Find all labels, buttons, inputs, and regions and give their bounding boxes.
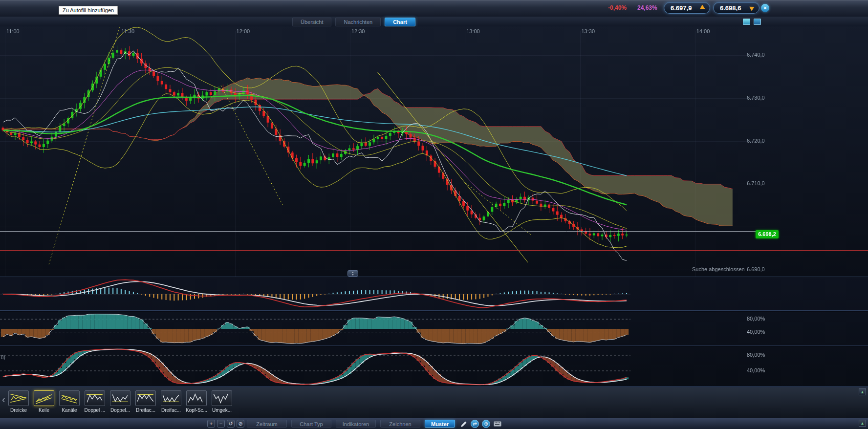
pattern-tiles: DreickeKeileKanäleDoppel ...Doppel...Dre… [8, 390, 233, 413]
close-instrument-button[interactable]: × [761, 4, 769, 12]
buy-price-value: 6.698,6 [720, 4, 741, 12]
zoom-reset-button[interactable]: ↺ [227, 420, 235, 428]
view-tabs: ÜbersichtNachrichtenChart [292, 18, 415, 26]
minimize-window-icon[interactable] [743, 19, 750, 25]
pattern-item-double-top[interactable]: Doppel ... [84, 390, 106, 413]
page-scroll-up-button[interactable]: ▲ [859, 420, 866, 427]
pattern-item-label: Dreifac... [135, 408, 156, 413]
pattern-item-wedge[interactable]: Keile [33, 390, 55, 413]
pattern-item-label: Dreicke [8, 408, 29, 413]
buy-price-button[interactable]: 6.698,6 [713, 2, 760, 14]
pattern-item-label: Keile [33, 408, 55, 413]
pattern-toolbar: ‹ DreickeKeileKanäleDoppel ...Doppel...D… [0, 387, 868, 418]
indicator-level-label: 80,00% [747, 316, 765, 322]
bottom-tabs: ZeitraumChart TypIndikatorenZeichnenMust… [247, 420, 455, 428]
indicator-level-label: 40,00% [747, 329, 765, 335]
pattern-item-inverse-head-shoulders[interactable]: Umgek... [211, 390, 233, 413]
sell-arrow-icon [700, 4, 706, 11]
price-chart-canvas[interactable] [0, 26, 868, 387]
disable-tool-button[interactable]: ⊘ [237, 420, 244, 428]
pattern-item-channel[interactable]: Kanäle [59, 390, 80, 413]
change-percent-label: -0,40% [608, 4, 627, 11]
pattern-item-label: Umgek... [211, 408, 233, 413]
pattern-icon-head-shoulders [186, 390, 207, 406]
pattern-item-triple-bottom[interactable]: Dreifac... [160, 390, 182, 413]
bottom-tab-muster[interactable]: Muster [425, 420, 455, 428]
autofill-tooltip: Zu Autofill hinzufügen [59, 6, 118, 15]
search-status-text: Suche abgeschlossen [692, 266, 745, 272]
indicator-level-label: 80,00% [747, 352, 765, 358]
pattern-item-triangle[interactable]: Dreicke [8, 390, 29, 413]
pattern-scroll-left-button[interactable]: ‹ [2, 394, 5, 405]
top-bar: -0,40% 24,63% 6.697,9 6.698,6 × [0, 0, 868, 17]
indicator-pane-left-label: 8) [1, 355, 5, 360]
move-icon[interactable]: ⊕ [482, 420, 490, 428]
zoom-button-group: +−↺⊘ [207, 420, 244, 428]
pattern-icon-triple-bottom [161, 390, 181, 406]
pattern-item-label: Doppel ... [84, 408, 106, 413]
pattern-icon-double-top [85, 390, 105, 406]
zoom-in-button[interactable]: + [207, 420, 215, 428]
bottom-tab-chart-typ[interactable]: Chart Typ [291, 420, 331, 428]
bottom-toolbar: +−↺⊘ ZeitraumChart TypIndikatorenZeichne… [0, 418, 868, 429]
pattern-item-label: Kanäle [59, 408, 80, 413]
pane-splitter-handle[interactable]: ▲▼ [347, 270, 358, 277]
tab-ubersicht[interactable]: Übersicht [292, 18, 331, 26]
pattern-item-double-bottom[interactable]: Doppel... [109, 390, 131, 413]
pattern-item-label: Kopf-Sc... [186, 408, 207, 413]
refresh-icon[interactable]: ⇄ [471, 420, 479, 428]
current-price-tag: 6.698,2 [756, 230, 779, 238]
tab-nachrichten[interactable]: Nachrichten [335, 18, 381, 26]
view-tab-bar: ÜbersichtNachrichtenChart [0, 17, 868, 27]
pattern-item-label: Doppel... [109, 408, 131, 413]
pattern-item-head-shoulders[interactable]: Kopf-Sc... [186, 390, 207, 413]
range-percent-label: 24,63% [637, 4, 657, 11]
pattern-scroll-up-button[interactable]: ▲ [859, 388, 866, 395]
pattern-item-triple-top[interactable]: Dreifac... [135, 390, 156, 413]
pattern-icon-wedge [34, 390, 54, 406]
tab-chart[interactable]: Chart [385, 18, 415, 26]
bottom-tab-zeichnen[interactable]: Zeichnen [380, 420, 420, 428]
bottom-tab-indikatoren[interactable]: Indikatoren [336, 420, 376, 428]
window-controls [743, 19, 761, 25]
pattern-item-label: Dreifac... [160, 408, 182, 413]
pencil-icon[interactable] [459, 420, 468, 428]
indicator-level-label: 40,00% [747, 367, 765, 373]
buy-arrow-icon [749, 4, 756, 11]
splitter-down-icon: ▼ [352, 274, 354, 276]
restore-window-icon[interactable] [754, 19, 761, 25]
sell-price-value: 6.697,9 [671, 4, 692, 12]
pattern-icon-triple-top [135, 390, 156, 406]
trading-platform-window: -0,40% 24,63% 6.697,9 6.698,6 × Zu Autof… [0, 0, 868, 429]
pattern-icon-inverse-head-shoulders [212, 390, 232, 406]
sell-price-button[interactable]: 6.697,9 [664, 2, 710, 14]
pattern-icon-triangle [8, 390, 29, 406]
bottom-tab-zeitraum[interactable]: Zeitraum [247, 420, 287, 428]
pattern-icon-channel [59, 390, 80, 406]
pattern-icon-double-bottom [110, 390, 130, 406]
zoom-out-button[interactable]: − [217, 420, 225, 428]
tool-icon-group: ⇄⊕ [459, 420, 501, 428]
keyboard-icon[interactable] [493, 420, 501, 428]
